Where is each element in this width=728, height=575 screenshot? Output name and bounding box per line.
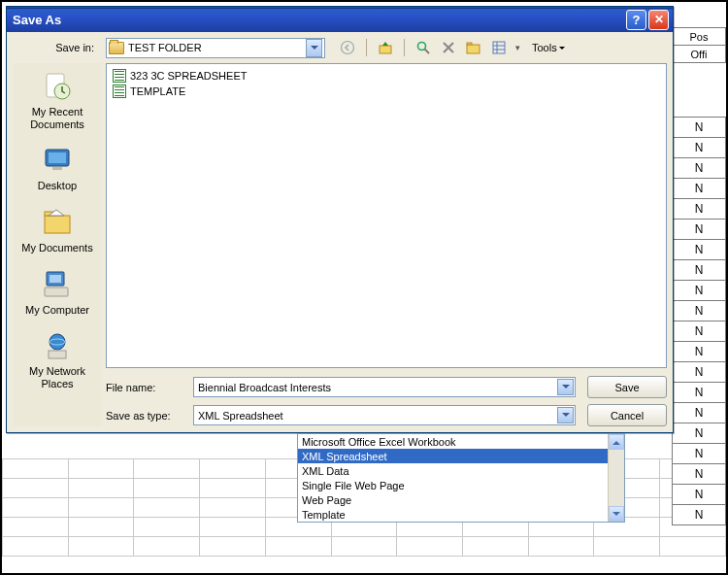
svg-rect-18 [50, 275, 61, 283]
place-recent-documents[interactable]: My Recent Documents [17, 65, 98, 137]
save-in-dropdown[interactable]: TEST FOLDER [106, 38, 325, 58]
close-button[interactable]: ✕ [648, 10, 669, 30]
window-title: Save As [13, 13, 61, 27]
cell-n: N [673, 158, 726, 179]
help-button[interactable]: ? [626, 10, 646, 30]
place-label: My Network Places [17, 365, 97, 389]
svg-point-20 [50, 334, 65, 350]
filetype-dropdown-list[interactable]: Microsoft Office Excel Workbook XML Spre… [297, 433, 625, 523]
scroll-down-icon[interactable] [609, 506, 624, 522]
filename-label: File name: [106, 382, 187, 393]
dropdown-scrollbar[interactable] [608, 434, 624, 522]
file-name: 323 3C SPREADSHEET [130, 70, 247, 82]
filetype-option[interactable]: Template [298, 507, 624, 522]
svg-rect-15 [45, 216, 70, 233]
dropdown-button-icon[interactable] [306, 39, 322, 57]
cell-n: N [673, 423, 726, 444]
svg-rect-19 [45, 288, 68, 296]
cell-n: N [673, 281, 726, 301]
excel-file-icon [113, 69, 126, 83]
excel-file-icon [113, 85, 126, 98]
place-my-computer[interactable]: My Computer [17, 263, 98, 323]
filetype-option[interactable]: Single File Web Page [298, 478, 624, 492]
scroll-up-icon[interactable] [609, 434, 624, 450]
cell-n: N [673, 342, 726, 362]
cell-n: N [673, 301, 726, 321]
titlebar[interactable]: Save As ? ✕ [7, 7, 673, 32]
filetype-dropdown[interactable]: XML Spreadsheet [193, 405, 576, 425]
save-as-dialog: Save As ? ✕ Save in: TEST FOLDER [6, 6, 674, 433]
filetype-value: XML Spreadsheet [198, 410, 283, 422]
cell-n: N [673, 485, 726, 505]
file-name: TEMPLATE [130, 85, 185, 97]
desktop-icon [41, 144, 74, 177]
my-documents-icon [41, 206, 74, 239]
background-right-columns: Pos Offi N N N N N N N N N N N N N N N N… [672, 27, 726, 525]
place-my-documents[interactable]: My Documents [17, 201, 98, 261]
folder-icon [109, 42, 124, 54]
save-in-folder-name: TEST FOLDER [128, 42, 202, 53]
save-button[interactable]: Save [587, 376, 667, 398]
my-computer-icon [41, 268, 74, 301]
cancel-button[interactable]: Cancel [587, 404, 667, 426]
filetype-option-selected[interactable]: XML Spreadsheet [298, 449, 624, 463]
place-label: My Recent Documents [17, 106, 97, 130]
svg-rect-6 [493, 42, 505, 53]
svg-point-0 [342, 42, 354, 54]
svg-point-2 [418, 43, 426, 51]
file-list[interactable]: 323 3C SPREADSHEET TEMPLATE [106, 63, 667, 368]
place-network-places[interactable]: My Network Places [17, 324, 98, 396]
place-label: My Documents [21, 242, 92, 254]
cell-n: N [673, 220, 726, 240]
search-icon[interactable] [414, 39, 432, 56]
delete-icon[interactable] [440, 39, 457, 56]
svg-rect-4 [467, 45, 480, 53]
filetype-dropdown-button-icon[interactable] [557, 407, 574, 423]
col-header-offi: Offi [673, 46, 726, 63]
network-places-icon [41, 329, 74, 362]
cell-n: N [673, 383, 726, 403]
cell-n: N [673, 403, 726, 423]
cell-n: N [673, 321, 726, 342]
col-header-pos: Pos [673, 28, 726, 46]
filename-history-dropdown-icon[interactable] [557, 379, 574, 395]
svg-rect-1 [380, 46, 391, 53]
file-item[interactable]: TEMPLATE [111, 84, 662, 99]
place-desktop[interactable]: Desktop [17, 139, 98, 199]
cell-n: N [673, 444, 726, 464]
filetype-option[interactable]: Microsoft Office Excel Workbook [298, 434, 624, 449]
recent-documents-icon [41, 70, 74, 103]
up-one-level-icon[interactable] [377, 39, 394, 56]
place-label: My Computer [25, 304, 89, 317]
tools-label: Tools [532, 42, 557, 53]
back-icon[interactable] [339, 39, 356, 56]
place-label: Desktop [38, 180, 77, 192]
cell-n: N [673, 464, 726, 485]
svg-rect-14 [52, 167, 62, 170]
filetype-option[interactable]: Web Page [298, 492, 624, 507]
cell-n: N [673, 179, 726, 199]
places-bar: My Recent Documents Desktop My Documents [13, 63, 102, 426]
close-icon: ✕ [654, 13, 664, 26]
svg-rect-13 [49, 152, 66, 163]
cell-n: N [673, 199, 726, 220]
file-item[interactable]: 323 3C SPREADSHEET [111, 68, 662, 84]
filename-input[interactable]: Biennial Broadcast Interests [193, 377, 576, 397]
dialog-toolbar: ▾ Tools [339, 39, 565, 56]
save-in-label: Save in: [13, 42, 100, 53]
filetype-label: Save as type: [106, 410, 187, 422]
svg-rect-22 [49, 351, 66, 358]
svg-rect-5 [467, 43, 472, 45]
cell-n: N [673, 362, 726, 383]
filename-value: Biennial Broadcast Interests [198, 382, 331, 393]
cell-n: N [673, 138, 726, 158]
filetype-option[interactable]: XML Data [298, 463, 624, 478]
cell-n: N [673, 505, 726, 525]
cell-n: N [673, 240, 726, 260]
new-folder-icon[interactable] [465, 39, 482, 56]
cell-n: N [673, 118, 726, 138]
views-icon[interactable] [490, 39, 508, 56]
tools-menu[interactable]: Tools [532, 42, 565, 53]
save-in-row: Save in: TEST FOLDER [7, 32, 673, 63]
cell-n: N [673, 260, 726, 281]
